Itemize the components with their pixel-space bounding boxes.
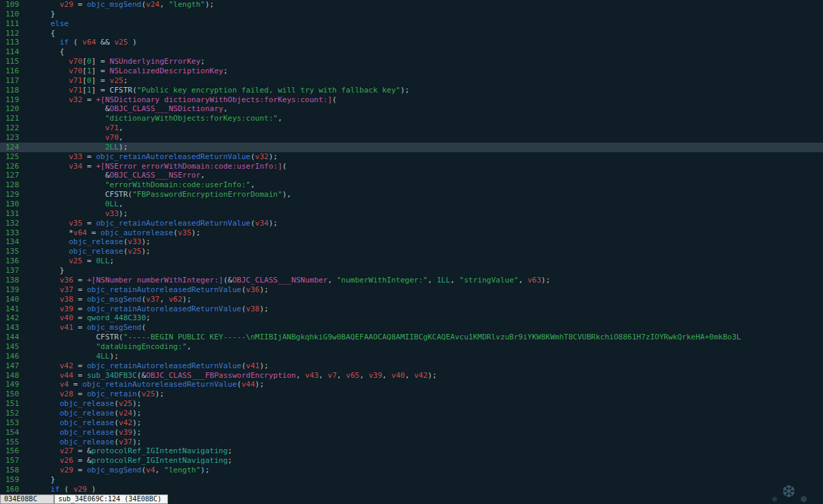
code-line[interactable]: 114 { xyxy=(0,47,823,57)
code-token-v[interactable]: v42 xyxy=(119,418,132,427)
pseudocode-view[interactable]: 109 v29 = objc_msgSend(v24, "length");11… xyxy=(0,0,823,494)
code-line[interactable]: 134 objc_release(v33); xyxy=(0,237,823,247)
code-token-f[interactable]: objc_msgSend xyxy=(87,323,141,332)
code-token-v[interactable]: v64 xyxy=(73,228,87,237)
code-line[interactable]: 117 v71[0] = v25; xyxy=(0,76,823,86)
code-line[interactable]: 136 v25 = 0LL; xyxy=(0,256,823,266)
code-token-s[interactable]: "stringValue" xyxy=(460,276,518,285)
code-line[interactable]: 119 v32 = +[NSDictionary dictionaryWithO… xyxy=(0,95,823,105)
code-token-f[interactable]: objc_release xyxy=(69,237,123,246)
code-line[interactable]: 156 v27 = &protocolRef_IGIntentNavigatin… xyxy=(0,446,823,456)
code-token-v[interactable]: v7 xyxy=(328,371,337,380)
code-line[interactable]: 149 v4 = objc_retainAutoreleasedReturnVa… xyxy=(0,380,823,389)
code-token-s[interactable]: "numberWithInteger:" xyxy=(337,276,427,285)
code-line[interactable]: 139 v37 = objc_retainAutoreleasedReturnV… xyxy=(0,285,823,295)
code-token-v[interactable]: v4 xyxy=(60,380,69,389)
code-token-v[interactable]: v35 xyxy=(178,228,191,237)
code-token-f[interactable]: objc_msgSend xyxy=(87,0,141,9)
code-line[interactable]: 109 v29 = objc_msgSend(v24, "length"); xyxy=(0,0,823,10)
code-token-n[interactable]: 2LL xyxy=(105,143,119,152)
code-token-o[interactable]: NSUnderlyingErrorKey xyxy=(110,57,200,66)
code-token-v[interactable]: v39 xyxy=(60,304,73,313)
code-token-v[interactable]: v25 xyxy=(128,247,141,256)
code-token-f[interactable]: objc_retainAutoreleasedReturnValue xyxy=(87,361,241,370)
code-line[interactable]: 125 v33 = objc_retainAutoreleasedReturnV… xyxy=(0,152,823,162)
code-token-f[interactable]: objc_retainAutoreleasedReturnValue xyxy=(87,285,241,294)
code-line[interactable]: 123 v70, xyxy=(0,133,823,143)
code-token-v[interactable]: v39 xyxy=(119,428,132,437)
code-token-v[interactable]: v43 xyxy=(305,371,319,380)
code-line[interactable]: 145 "dataUsingEncoding:", xyxy=(0,342,823,352)
code-line[interactable]: 151 objc_release(v25); xyxy=(0,399,823,409)
code-token-v[interactable]: v63 xyxy=(527,276,541,285)
code-line[interactable]: 157 v26 = &protocolRef_IGIntentNavigatin… xyxy=(0,456,823,466)
code-line[interactable]: 126 v34 = +[NSError errorWithDomain:code… xyxy=(0,162,823,171)
code-line[interactable]: 138 v36 = +[NSNumber numberWithInteger:]… xyxy=(0,276,823,285)
code-token-v[interactable]: v42 xyxy=(60,361,73,370)
code-token-k[interactable]: if xyxy=(51,485,60,494)
code-token-v[interactable]: v40 xyxy=(392,371,405,380)
code-line[interactable]: 118 v71[1] = CFSTR("Public key encryptio… xyxy=(0,86,823,95)
code-token-f[interactable]: objc_retainAutoreleasedReturnValue xyxy=(96,219,250,228)
code-line[interactable]: 147 v42 = objc_retainAutoreleasedReturnV… xyxy=(0,361,823,371)
code-line[interactable]: 143 v41 = objc_msgSend( xyxy=(0,323,823,333)
code-token-d[interactable]: sub_34DFB3C xyxy=(87,371,137,380)
code-line[interactable]: 159 } xyxy=(0,475,823,485)
code-token-n[interactable]: 4LL xyxy=(96,352,110,361)
code-token-v[interactable]: v25 xyxy=(141,389,155,398)
code-token-o[interactable]: OBJC_CLASS___FBPasswordEncryption xyxy=(146,371,296,380)
code-line[interactable]: 152 objc_release(v24); xyxy=(0,409,823,418)
code-line[interactable]: 130 0LL, xyxy=(0,200,823,209)
code-token-f[interactable]: objc_retainAutoreleasedReturnValue xyxy=(82,380,237,389)
code-line[interactable]: 132 v35 = objc_retainAutoreleasedReturnV… xyxy=(0,219,823,228)
code-token-v[interactable]: v35 xyxy=(69,219,82,228)
code-token-d[interactable]: protocolRef_IGIntentNavigating xyxy=(91,456,228,465)
code-token-v[interactable]: v33 xyxy=(69,152,82,161)
code-line[interactable]: 146 4LL); xyxy=(0,352,823,361)
code-line[interactable]: 142 v40 = qword_448C330; xyxy=(0,313,823,323)
code-line[interactable]: 154 objc_release(v39); xyxy=(0,428,823,437)
code-token-f[interactable]: objc_retainAutoreleasedReturnValue xyxy=(96,152,250,161)
code-token-v[interactable]: v39 xyxy=(368,371,382,380)
code-token-v[interactable]: v62 xyxy=(169,295,182,304)
code-token-k[interactable]: if xyxy=(60,38,69,47)
code-token-f[interactable]: objc_release xyxy=(60,428,114,437)
code-token-v[interactable]: v29 xyxy=(60,466,73,475)
code-token-f[interactable]: objc_msgSend xyxy=(87,295,141,304)
code-line[interactable]: 111 else xyxy=(0,19,823,29)
code-token-f[interactable]: objc_release xyxy=(60,418,114,427)
code-token-s[interactable]: "length" xyxy=(169,0,205,9)
code-token-v[interactable]: v38 xyxy=(60,295,73,304)
code-token-v[interactable]: v25 xyxy=(69,256,82,265)
code-token-f[interactable]: objc_release xyxy=(60,437,114,446)
code-token-v[interactable]: v41 xyxy=(60,323,73,332)
code-token-d[interactable]: protocolRef_IGIntentNavigating xyxy=(91,446,228,455)
code-token-v[interactable]: v25 xyxy=(119,399,132,408)
code-line[interactable]: 113 if ( v64 && v25 ) xyxy=(0,38,823,47)
code-token-v[interactable]: v33 xyxy=(128,237,141,246)
code-token-v[interactable]: v32 xyxy=(69,95,82,104)
code-token-v[interactable]: v64 xyxy=(82,38,96,47)
code-token-o[interactable]: OBJC_CLASS___NSDictionary xyxy=(110,104,224,113)
code-token-v[interactable]: v36 xyxy=(246,285,260,294)
code-token-o[interactable]: +[NSError errorWithDomain:code:userInfo:… xyxy=(96,162,283,171)
code-line-current[interactable]: 124 2LL); xyxy=(0,143,823,152)
code-token-v[interactable]: v37 xyxy=(119,437,132,446)
code-token-o[interactable]: NSLocalizedDescriptionKey xyxy=(110,67,224,75)
code-line[interactable]: 120 &OBJC_CLASS___NSDictionary, xyxy=(0,104,823,114)
code-token-f[interactable]: objc_msgSend xyxy=(87,466,141,475)
code-token-v[interactable]: v29 xyxy=(60,0,73,9)
code-line[interactable]: 127 &OBJC_CLASS___NSError, xyxy=(0,171,823,180)
code-line[interactable]: 160 if ( v29 ) xyxy=(0,485,823,494)
code-token-v[interactable]: v38 xyxy=(246,304,260,313)
code-line[interactable]: 112 { xyxy=(0,29,823,38)
code-line[interactable]: 110 } xyxy=(0,10,823,19)
code-token-v[interactable]: v36 xyxy=(60,276,73,285)
code-token-o[interactable]: OBJC_CLASS___NSError xyxy=(110,171,200,180)
code-token-o[interactable]: OBJC_CLASS___NSNumber xyxy=(232,276,328,285)
code-line[interactable]: 155 objc_release(v37); xyxy=(0,437,823,447)
code-line[interactable]: 122 v71, xyxy=(0,123,823,133)
code-line[interactable]: 128 "errorWithDomain:code:userInfo:", xyxy=(0,180,823,190)
code-token-v[interactable]: v71 xyxy=(69,86,82,95)
code-token-s[interactable]: "-----BEGIN PUBLIC KEY-----\nMIIBIjANBgk… xyxy=(123,333,741,341)
